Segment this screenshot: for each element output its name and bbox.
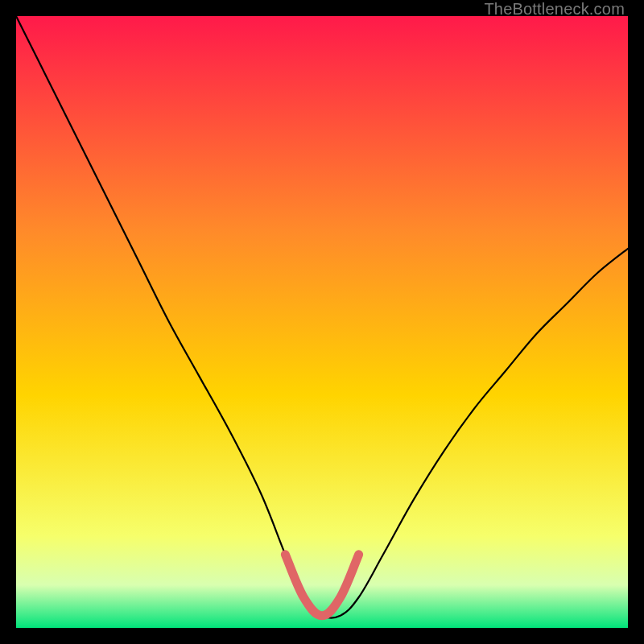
plot-area <box>16 16 628 628</box>
watermark-text: TheBottleneck.com <box>484 0 625 19</box>
chart-svg <box>16 16 628 628</box>
chart-frame: TheBottleneck.com <box>0 0 644 644</box>
gradient-background <box>16 16 628 628</box>
